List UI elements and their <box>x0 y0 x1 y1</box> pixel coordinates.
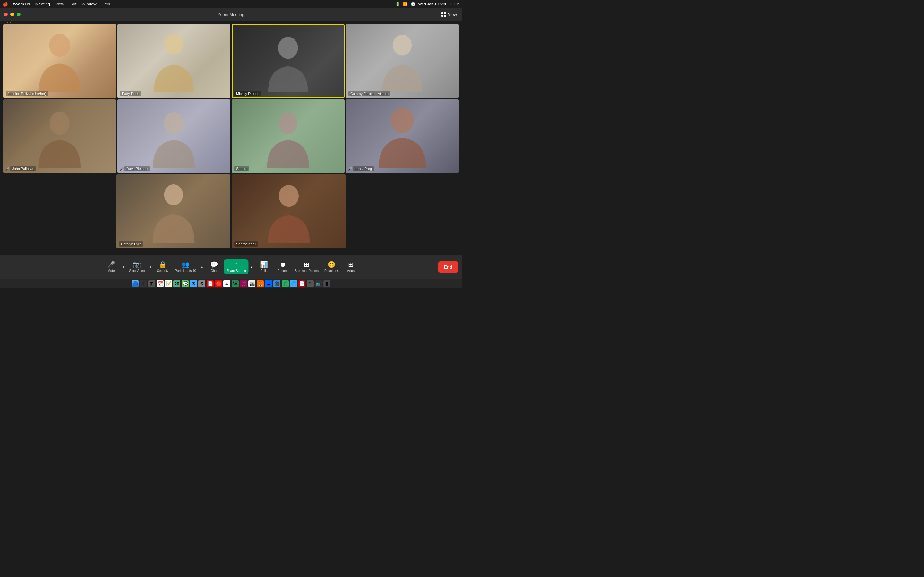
dock-photos[interactable]: 📸 <box>248 280 255 287</box>
dock-notes[interactable]: 📝 <box>165 280 172 287</box>
menu-window[interactable]: Window <box>81 2 96 6</box>
record-button[interactable]: ⏺ Record <box>274 259 292 274</box>
dock-airplay[interactable]: 📺 <box>315 280 322 287</box>
dock-mail[interactable]: ✉ <box>190 280 197 287</box>
participant-cell-8[interactable]: 🎤 Lantz Preg <box>346 99 459 173</box>
dock-news[interactable]: 🔴 <box>215 280 222 287</box>
mute-caret[interactable]: ▲ <box>121 261 126 274</box>
mute-button[interactable]: 🎤 Mute <box>102 259 120 274</box>
dock-maps[interactable]: 🗺 <box>173 280 180 287</box>
dock-calendar[interactable]: 📅 <box>157 280 164 287</box>
mute-icon-6: 🎤 <box>120 167 124 171</box>
participant-cell-1[interactable]: Jeanine Polizzi (she/her) <box>3 24 116 98</box>
dock-pdf[interactable]: 📄 <box>298 280 305 287</box>
svg-point-1 <box>165 34 184 55</box>
polls-icon: 📊 <box>260 261 268 268</box>
stop-video-button[interactable]: 📷 Stop Video <box>126 259 147 274</box>
share-screen-button[interactable]: ↑ Share Screen <box>224 259 248 274</box>
mute-icon-5: 🎤 <box>5 167 10 171</box>
participant-cell-10[interactable]: Seema Kohli <box>232 174 346 248</box>
maximize-button[interactable] <box>17 13 21 16</box>
participant-name-2: Patty Rose <box>120 91 141 96</box>
reactions-label: Reactions <box>325 269 338 272</box>
menu-edit[interactable]: Edit <box>69 2 76 6</box>
share-screen-label: Share Screen <box>226 269 246 272</box>
participant-cell-3[interactable]: Mickey Diener <box>232 24 344 98</box>
stop-video-label: Stop Video <box>129 269 145 272</box>
grid-row-3: Carolyn Byrd Seema Kohli <box>3 174 459 248</box>
dock-onedrive[interactable]: ☁ <box>265 280 272 287</box>
participant-video-8 <box>346 99 459 173</box>
record-icon: ⏺ <box>279 261 286 268</box>
toolbar-center: 🎤 Mute ▲ 📷 Stop Video ▲ 🔒 Security 👥 Par… <box>102 259 360 274</box>
apps-label: Apps <box>347 269 355 272</box>
dock-firefox[interactable]: 🦊 <box>257 280 264 287</box>
participant-cell-5[interactable]: 🎤 John Palinkas <box>3 99 116 173</box>
participant-video-4 <box>346 24 459 98</box>
participant-video-6 <box>118 99 230 173</box>
share-screen-caret[interactable]: ▲ <box>249 261 254 274</box>
grid-row-1: Jeanine Polizzi (she/her) Patty Rose <box>3 24 459 98</box>
close-button[interactable] <box>4 13 8 16</box>
dock-launchpad[interactable]: ⊞ <box>148 280 155 287</box>
end-button[interactable]: End <box>438 261 458 273</box>
camera-icon: 📷 <box>133 261 141 268</box>
apps-button[interactable]: ⊞ Apps <box>342 259 360 274</box>
titlebar: Zoom Meeting View <box>0 8 462 21</box>
dock-acrobat[interactable]: 📄 <box>207 280 214 287</box>
security-icon: 🔒 <box>159 261 167 268</box>
participants-button[interactable]: 👥 Participants 10 <box>172 259 199 274</box>
view-label: View <box>448 12 457 17</box>
toolbar-right: End <box>438 261 458 273</box>
grid-wrapper: Jeanine Polizzi (she/her) Patty Rose <box>3 24 459 248</box>
mute-label: Mute <box>107 269 115 272</box>
breakout-icon: ⊞ <box>304 261 309 268</box>
participant-name-4: Cammy Farone - Atlanta <box>349 91 391 96</box>
svg-point-9 <box>278 185 298 207</box>
participant-video-2 <box>118 24 230 98</box>
dock-messages[interactable]: 💬 <box>182 280 189 287</box>
window-controls[interactable] <box>4 13 21 16</box>
chat-button[interactable]: 💬 Chat <box>205 259 223 274</box>
menu-app-name[interactable]: zoom.us <box>13 2 30 6</box>
security-button[interactable]: 🔒 Security <box>153 259 172 274</box>
dock: 🔵 🎙 ⊞ 📅 📝 🗺 💬 ✉ ⚙ 📄 🔴 19 W 🎵 📸 🦊 ☁ 🎥 🎵 🌐… <box>0 279 462 288</box>
menu-view[interactable]: View <box>55 2 64 6</box>
apple-menu[interactable]: 🍎 <box>3 2 8 7</box>
reactions-button[interactable]: 😊 Reactions <box>322 259 341 274</box>
apps-icon: ⊞ <box>348 261 354 268</box>
menu-help[interactable]: Help <box>102 2 110 6</box>
participant-cell-4[interactable]: Cammy Farone - Atlanta <box>346 24 459 98</box>
dock-help[interactable]: ? <box>307 280 314 287</box>
dock-spotify[interactable]: 🎵 <box>282 280 289 287</box>
dock-trash[interactable]: 🗑 <box>323 280 330 287</box>
dock-settings[interactable]: ⚙ <box>198 280 205 287</box>
breakout-label: Breakout Rooms <box>295 269 318 272</box>
minimize-button[interactable] <box>10 13 14 16</box>
dock-jan[interactable]: 19 <box>223 280 230 287</box>
breakout-rooms-button[interactable]: ⊞ Breakout Rooms <box>292 259 321 274</box>
participant-cell-9[interactable]: Carolyn Byrd <box>116 174 230 248</box>
participant-cell-6[interactable]: 🎤 Dave Pierson <box>118 99 230 173</box>
battery-icon: 🔋 <box>395 2 400 7</box>
polls-button[interactable]: 📊 Polls <box>255 259 273 274</box>
dock-podcasts[interactable]: 🎵 <box>240 280 247 287</box>
participant-name-5: John Palinkas <box>10 166 36 171</box>
dock-globe[interactable]: 🌐 <box>290 280 297 287</box>
view-button[interactable]: View <box>441 12 457 17</box>
video-caret[interactable]: ▲ <box>148 261 153 274</box>
dock-siri[interactable]: 🎙 <box>140 280 147 287</box>
participant-cell-2[interactable]: Patty Rose <box>118 24 230 98</box>
svg-point-7 <box>391 108 414 133</box>
grid-view-icon <box>441 12 446 17</box>
dock-word[interactable]: W <box>232 280 239 287</box>
menu-meeting[interactable]: Meeting <box>35 2 50 6</box>
chat-label: Chat <box>211 269 218 272</box>
shield-green-icon: 🛡 <box>6 19 12 25</box>
dock-zoom[interactable]: 🎥 <box>273 280 280 287</box>
participants-caret[interactable]: ▲ <box>199 261 204 274</box>
participant-cell-7[interactable]: Sandra <box>232 99 344 173</box>
dock-finder[interactable]: 🔵 <box>132 280 139 287</box>
polls-label: Polls <box>260 269 268 272</box>
participant-name-6: Dave Pierson <box>124 166 150 171</box>
